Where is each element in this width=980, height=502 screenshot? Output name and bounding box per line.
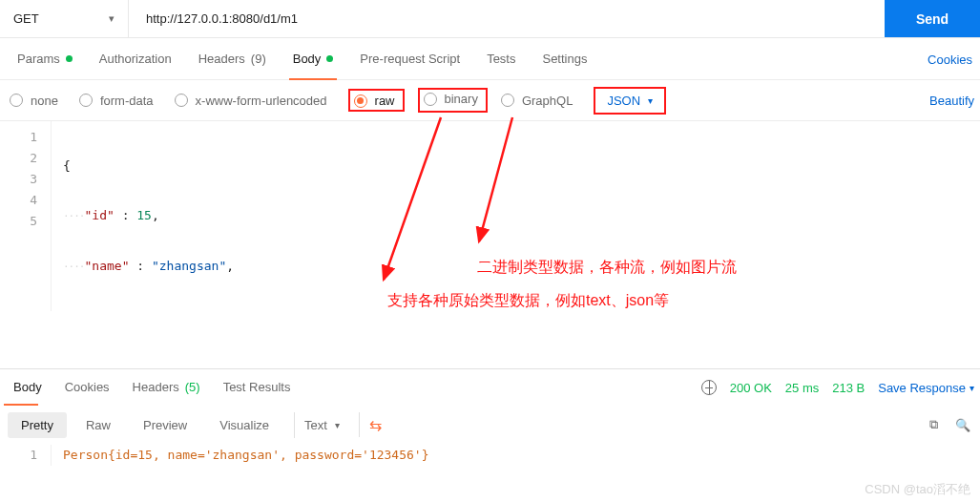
response-time: 25 ms [785,381,819,395]
tab-authorization[interactable]: Authorization [86,38,185,80]
annotation-text: 二进制类型数据，各种流，例如图片流 [477,258,737,278]
response-status: 200 OK [730,381,772,395]
send-button[interactable]: Send [885,0,980,37]
response-tab-body[interactable]: Body [2,369,53,406]
view-preview-button[interactable]: Preview [130,412,200,438]
view-raw-button[interactable]: Raw [73,412,124,438]
body-type-binary[interactable]: binary [424,92,478,106]
content-type-select[interactable]: JSON ▾ [599,91,660,111]
highlight-box: binary [418,88,488,113]
highlight-box: JSON ▾ [594,87,666,115]
response-text: Person{id=15, name='zhangsan', password=… [52,445,429,466]
radio-icon [424,93,437,106]
view-visualize-button[interactable]: Visualize [206,412,282,438]
body-type-none[interactable]: none [10,94,58,108]
radio-icon [175,94,188,107]
request-body-editor[interactable]: 1 2 3 4 5 { ····"id" : 15, ····"name" : … [0,120,980,311]
response-tab-cookies[interactable]: Cookies [53,369,121,406]
chevron-down-icon: ▾ [109,12,115,25]
response-body[interactable]: 1 Person{id=15, name='zhangsan', passwor… [0,445,980,466]
view-pretty-button[interactable]: Pretty [8,412,67,438]
globe-icon[interactable] [701,380,717,395]
tab-settings[interactable]: Settings [529,38,600,80]
radio-icon [10,94,23,107]
search-icon[interactable]: 🔍 [955,418,970,432]
copy-icon[interactable]: ⧉ [929,417,938,432]
url-value: http://127.0.0.1:8080/d1/m1 [146,11,298,26]
radio-icon [79,94,93,107]
response-type-select[interactable]: Text▾ [294,412,349,438]
wrap-lines-icon[interactable]: ⇆ [359,412,391,437]
chevron-down-icon: ▾ [335,420,340,430]
radio-icon [354,94,367,108]
chevron-down-icon: ▾ [648,95,653,106]
tab-params[interactable]: Params [4,38,86,80]
tab-prerequest[interactable]: Pre-request Script [346,38,473,80]
http-method-select[interactable]: GET ▾ [0,0,129,37]
highlight-box: raw [348,89,405,112]
line-gutter: 1 2 3 4 5 [0,121,52,311]
annotation-text: 支持各种原始类型数据，例如text、json等 [387,291,669,311]
tab-tests[interactable]: Tests [473,38,529,80]
body-type-raw[interactable]: raw [354,94,395,108]
response-size: 213 B [832,381,865,395]
beautify-link[interactable]: Beautify [929,80,974,120]
tab-body[interactable]: Body [280,38,347,80]
response-tab-headers[interactable]: Headers(5) [121,369,212,406]
code-area[interactable]: { ····"id" : 15, ····"name" : "zhangsan"… [52,121,980,311]
save-response-button[interactable]: Save Response ▾ [878,381,974,395]
tab-headers[interactable]: Headers (9) [185,38,280,80]
body-type-graphql[interactable]: GraphQL [501,94,573,108]
watermark: CSDN @tao滔不绝 [865,481,970,498]
radio-icon [501,94,514,107]
response-lineno: 1 [0,445,52,466]
http-method-value: GET [13,11,39,26]
url-input[interactable]: http://127.0.0.1:8080/d1/m1 [129,0,885,37]
body-type-formdata[interactable]: form-data [79,94,154,108]
dot-icon [326,55,333,62]
body-type-urlencoded[interactable]: x-www-form-urlencoded [175,94,327,108]
response-tab-tests[interactable]: Test Results [212,369,302,406]
chevron-down-icon: ▾ [970,383,974,393]
cookies-link[interactable]: Cookies [928,38,972,80]
dot-icon [66,55,73,62]
